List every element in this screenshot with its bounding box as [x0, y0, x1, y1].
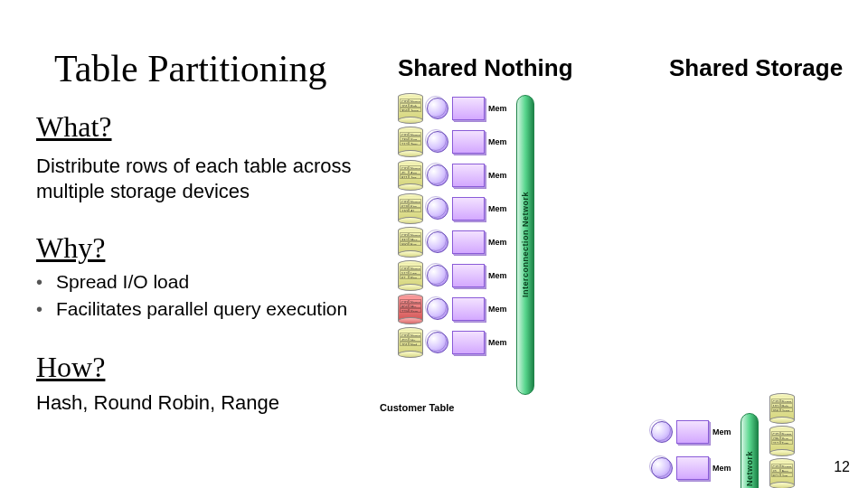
- memory-label: Mem: [488, 204, 507, 213]
- node-unit: CIDName45Ann871Joe Mem: [398, 162, 507, 189]
- node-unit: CIDName332Max990Eva Mem: [398, 229, 507, 256]
- heading-why: Why?: [36, 231, 105, 265]
- processor-icon: [427, 198, 448, 220]
- memory-label: Mem: [488, 171, 507, 180]
- disk-icon: CIDName45Ann871Joe: [769, 460, 795, 487]
- processor-icon: [427, 332, 448, 353]
- disk-icon: CIDName45Ann871Joe: [398, 162, 423, 189]
- processor-icon: [651, 421, 673, 443]
- text-what: Distribute rows of each table across mul…: [36, 154, 380, 203]
- node-unit: CIDName804Mia229Sam Mem: [398, 296, 507, 323]
- node-unit: CIDName623Kim110Al Mem: [398, 195, 507, 222]
- column-header-shared-storage: Shared Storage: [669, 54, 843, 82]
- memory-icon: [452, 197, 485, 221]
- memory-label: Mem: [712, 464, 731, 473]
- shared-disk-stack: CIDName101Bob356Jane CIDName739Sue212Tom…: [769, 395, 795, 488]
- memory-icon: [452, 230, 485, 254]
- processor-icon: [427, 298, 448, 320]
- diagram-shared-nothing: CIDName101Bob356Jane Mem CIDName739Sue21…: [398, 95, 606, 395]
- column-header-shared-nothing: Shared Nothing: [398, 54, 573, 82]
- processor-icon: [651, 457, 673, 479]
- bullet-dot: •: [36, 273, 56, 291]
- processor-icon: [427, 164, 448, 186]
- node-unit: CIDName455Ida701Ned Mem: [398, 329, 507, 356]
- disk-icon: CIDName101Bob356Jane: [398, 95, 423, 122]
- memory-icon: [452, 97, 485, 120]
- processor-icon: [427, 98, 448, 119]
- diagram-caption: Customer Table: [380, 402, 454, 413]
- processor-icon: [427, 231, 448, 253]
- page-number: 12: [834, 459, 850, 475]
- processor-icon: [427, 265, 448, 286]
- slide-title: Table Partitioning: [54, 47, 327, 90]
- memory-icon: [452, 130, 485, 154]
- interconnect-bar: Interconnection Network: [741, 413, 759, 488]
- memory-label: Mem: [712, 427, 731, 436]
- heading-how-real: How?: [36, 351, 105, 384]
- disk-icon: CIDName332Max990Eva: [398, 229, 423, 256]
- node-unit: CIDName512Lee67Ray Mem: [398, 262, 507, 289]
- disk-icon: CIDName512Lee67Ray: [398, 262, 423, 289]
- node-stack: CIDName101Bob356Jane Mem CIDName739Sue21…: [398, 95, 507, 395]
- memory-label: Mem: [488, 338, 507, 347]
- memory-label: Mem: [488, 137, 507, 146]
- disk-icon: CIDName455Ida701Ned: [398, 329, 423, 356]
- bullet-item: Spread I/O load: [56, 271, 189, 293]
- memory-icon: [676, 456, 709, 480]
- bullet-dot: •: [36, 300, 56, 318]
- memory-icon: [676, 420, 709, 444]
- memory-label: Mem: [488, 305, 507, 314]
- memory-label: Mem: [488, 271, 507, 280]
- memory-icon: [452, 164, 485, 187]
- interconnect-label: Interconnection Network: [521, 192, 530, 297]
- processor-icon: [427, 131, 448, 153]
- diagram-shared-storage: Mem Mem Mem Mem Mem: [651, 395, 859, 488]
- text-how: Hash, Round Robin, Range: [36, 390, 279, 416]
- node-unit: CIDName739Sue212Tom Mem: [398, 128, 507, 155]
- slide: Table Partitioning Shared Nothing Shared…: [0, 0, 868, 488]
- memory-label: Mem: [488, 238, 507, 247]
- disk-icon: CIDName101Bob356Jane: [769, 395, 795, 422]
- heading-what: What?: [36, 110, 112, 144]
- node-unit: Mem: [651, 420, 731, 444]
- memory-label: Mem: [488, 104, 507, 113]
- interconnect-bar: Interconnection Network: [516, 95, 534, 395]
- disk-icon: CIDName739Sue212Tom: [398, 128, 423, 155]
- memory-icon: [452, 331, 485, 354]
- node-unit: Mem: [651, 456, 731, 480]
- memory-icon: [452, 297, 485, 321]
- bullet-item: Facilitates parallel query execution: [56, 298, 347, 320]
- memory-icon: [452, 264, 485, 287]
- disk-icon: CIDName739Sue212Tom: [769, 427, 795, 455]
- node-unit: CIDName101Bob356Jane Mem: [398, 95, 507, 122]
- node-stack: Mem Mem Mem Mem Mem: [651, 420, 731, 488]
- disk-icon: CIDName804Mia229Sam: [398, 296, 423, 323]
- bullets-why: • Spread I/O load • Facilitates parallel…: [36, 271, 347, 325]
- disk-icon: CIDName623Kim110Al: [398, 195, 423, 222]
- interconnect-label: Interconnection Network: [745, 451, 754, 488]
